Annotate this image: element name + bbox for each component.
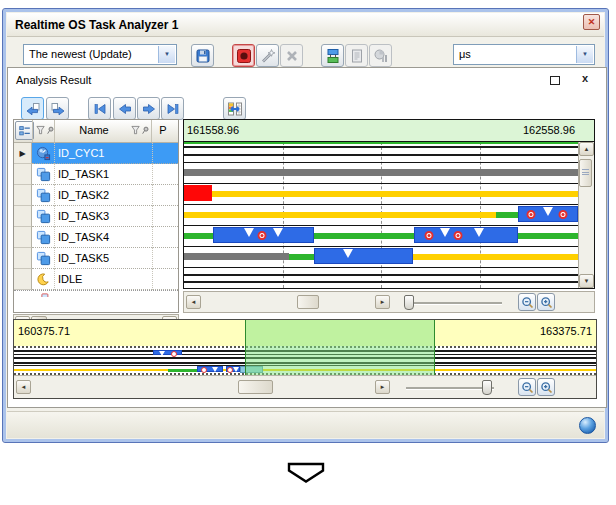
float-icon[interactable] (550, 76, 560, 85)
record-button[interactable] (232, 44, 255, 67)
scroll-left-icon[interactable]: ◄ (16, 380, 31, 394)
segment-yellow-bar (184, 212, 496, 218)
table-row[interactable]: ID_TASK3 (14, 206, 178, 227)
segment-gray-bar (184, 169, 578, 176)
target-marker-icon (258, 231, 267, 240)
timeline-vscrollbar[interactable]: ▲ ▼ (578, 142, 594, 288)
segment-green-mbar (168, 369, 198, 372)
row-selector[interactable] (14, 164, 32, 185)
table-header[interactable]: Name P (14, 120, 178, 143)
scroll-down-icon[interactable]: ▼ (579, 274, 594, 288)
filter-pin-icon[interactable] (131, 125, 151, 136)
transition-view-button[interactable] (321, 44, 344, 67)
zoom-slider-thumb[interactable] (482, 380, 492, 395)
triangle-marker-icon (343, 249, 353, 258)
timeline-row-ID_TASK3[interactable] (184, 205, 578, 226)
go-forward-button[interactable] (137, 97, 160, 120)
row-selector[interactable] (14, 227, 32, 248)
triangle-marker-icon (233, 367, 239, 372)
scroll-thumb[interactable] (297, 295, 319, 309)
window-titlebar[interactable]: Realtime OS Task Analyzer 1 (7, 13, 604, 37)
panel-title: Analysis Result (16, 74, 91, 86)
zoom-in-button[interactable] (537, 293, 555, 311)
go-last-button[interactable] (161, 97, 184, 120)
go-first-button[interactable] (88, 97, 111, 120)
timeline-row-ID_TASK4[interactable] (184, 226, 578, 247)
table-row[interactable]: ID_TASK2 (14, 185, 178, 206)
segment-green-bar (314, 233, 414, 239)
segment-black-line (184, 274, 578, 276)
row-selector[interactable] (14, 269, 32, 290)
segment-gray-bar (184, 253, 289, 260)
task-name: IDLE (54, 269, 152, 290)
scroll-left-icon[interactable]: ◄ (186, 295, 201, 309)
priority-cell (152, 185, 178, 206)
row-selector[interactable] (14, 206, 32, 227)
zoom-in-icon (539, 380, 554, 395)
zoom-slider[interactable] (406, 302, 502, 305)
zoom-slider-thumb[interactable] (404, 295, 414, 310)
unit-dropdown[interactable]: μs ▼ (453, 44, 595, 65)
segment-blue-block (414, 227, 518, 243)
idle-icon (32, 269, 54, 290)
cyclic-icon (32, 143, 54, 164)
task-icon (32, 248, 54, 269)
segment-black-line (184, 146, 578, 148)
pick-button[interactable] (256, 44, 279, 67)
table-row[interactable]: ▶ID_CYC1 (14, 143, 178, 164)
scroll-thumb[interactable] (579, 159, 592, 187)
timeline-row-ID_TASK2[interactable] (184, 184, 578, 205)
timeline-plot[interactable] (184, 142, 578, 288)
scroll-right-icon[interactable]: ► (375, 295, 390, 309)
go-back-button[interactable] (113, 97, 136, 120)
priority-column-header[interactable]: P (151, 124, 175, 136)
scroll-right-icon[interactable]: ► (375, 380, 390, 394)
window-title: Realtime OS Task Analyzer 1 (15, 18, 178, 32)
next-view-button[interactable] (46, 97, 69, 120)
save-button[interactable] (191, 44, 214, 67)
row-selector[interactable]: ▶ (14, 143, 32, 164)
triangle-marker-icon (244, 228, 254, 237)
chevron-down-icon[interactable]: ▼ (576, 46, 593, 63)
chevron-down-icon[interactable]: ▼ (158, 46, 175, 63)
segment-yellow-bar (413, 254, 578, 260)
name-column-header[interactable]: Name (54, 124, 134, 136)
window-close-button[interactable]: ✕ (583, 14, 600, 30)
timeline-row-ID_CYC1[interactable] (184, 142, 578, 163)
row-selector[interactable] (14, 248, 32, 269)
row-selector[interactable] (14, 185, 32, 206)
arrow-right-icon (141, 101, 157, 117)
panel-close-button[interactable]: x (582, 72, 588, 84)
priority-cell (152, 164, 178, 185)
scroll-up-icon[interactable]: ▲ (579, 142, 594, 156)
table-row[interactable]: ID_TASK5 (14, 248, 178, 269)
segment-black-line (184, 154, 578, 156)
prev-view-button[interactable] (21, 97, 44, 120)
status-bar (7, 411, 604, 438)
zoom-out-icon (520, 380, 535, 395)
table-row[interactable]: IDLE (14, 269, 178, 290)
history-dropdown[interactable]: The newest (Update) ▼ (23, 44, 177, 65)
segment-blue-block (213, 227, 314, 243)
scroll-thumb[interactable] (238, 380, 273, 394)
task-icon (32, 185, 54, 206)
timeline-row-ID_TASK1[interactable] (184, 163, 578, 184)
zoom-in-button[interactable] (537, 378, 555, 396)
swap-view-button[interactable] (223, 97, 246, 120)
timeline-row-IDLE[interactable] (184, 268, 578, 288)
table-row[interactable]: ID_TASK4 (14, 227, 178, 248)
segment-blue-mbar (197, 366, 223, 372)
table-row[interactable]: ID_TASK1 (14, 164, 178, 185)
zoom-slider[interactable] (406, 387, 494, 390)
panel-header[interactable]: Analysis Result x (8, 68, 606, 90)
segment-green-bar (518, 233, 578, 239)
zoom-out-button[interactable] (518, 378, 536, 396)
filter-pin-icon[interactable] (36, 125, 56, 136)
triangle-marker-icon (212, 367, 218, 372)
timeline-row-ID_TASK5[interactable] (184, 247, 578, 268)
target-marker-icon (201, 367, 207, 373)
zoom-out-button[interactable] (518, 293, 536, 311)
triangle-marker-icon (474, 228, 484, 237)
overview-viewport[interactable] (245, 320, 435, 375)
close-icon: ✕ (588, 17, 596, 27)
